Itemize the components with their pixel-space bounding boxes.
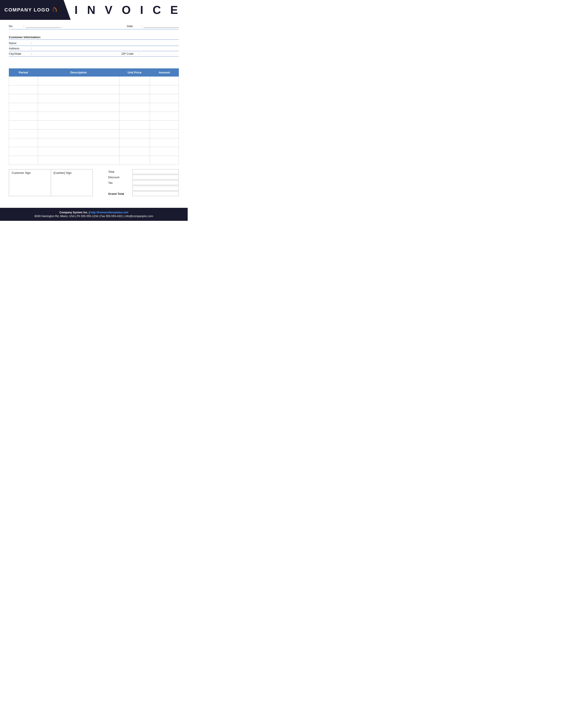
cashier-sign-box: [Cashier] Sign [51,169,93,196]
table-cell[interactable] [150,156,179,165]
table-cell[interactable] [9,103,38,112]
table-cell[interactable] [9,156,38,165]
cashier-sign-label: [Cashier] Sign [54,171,90,174]
zip-group: ZIP Code : [121,52,179,55]
table-cell[interactable] [150,129,179,138]
bottom-section: Customer Sign [Cashier] Sign Total Disco… [9,169,179,197]
totals-area: Total Discount Tax Grand Total [108,169,179,197]
table-cell[interactable] [38,138,119,147]
date-value[interactable] [143,24,179,28]
table-cell[interactable] [150,138,179,147]
table-cell[interactable] [38,85,119,94]
table-cell[interactable] [119,77,150,85]
table-row [9,156,179,165]
table-row [9,121,179,129]
customer-name-row: Name : [9,41,179,46]
total-label: Total [108,170,130,173]
no-value[interactable] [26,24,61,28]
table-cell[interactable] [119,147,150,156]
customer-title: Customer Information: [9,36,179,40]
logo-area: COMPANY LOGO [0,0,71,20]
tax-value[interactable] [132,180,179,185]
logo-text: COMPANY LOGO [4,7,50,13]
table-cell[interactable] [150,77,179,85]
customer-address-row: Address : [9,46,179,51]
name-label: Name [9,41,31,45]
table-cell[interactable] [38,94,119,103]
table-row [9,147,179,156]
extra-value[interactable] [132,186,179,191]
no-colon: : [23,24,24,28]
invoice-table: Period Description Unit Price Amount [9,68,179,165]
table-cell[interactable] [150,85,179,94]
customer-section: Customer Information: Name : Address : C… [9,36,179,56]
table-cell[interactable] [150,147,179,156]
table-cell[interactable] [119,121,150,129]
city-label: City/State [9,52,31,55]
no-field-group: No : [9,24,61,28]
grand-total-value[interactable] [132,191,179,196]
col-unit-price: Unit Price [119,69,150,77]
table-cell[interactable] [119,138,150,147]
discount-label: Discount [108,176,130,179]
logo-icon [51,7,57,13]
table-cell[interactable] [119,94,150,103]
extra-row [108,186,179,191]
table-cell[interactable] [38,121,119,129]
table-cell[interactable] [9,85,38,94]
table-cell[interactable] [38,129,119,138]
table-row [9,138,179,147]
table-cell[interactable] [150,103,179,112]
tax-row: Tax [108,180,179,185]
no-label: No [9,24,22,28]
tax-label: Tax [108,181,130,184]
sign-boxes: Customer Sign [Cashier] Sign [9,169,93,196]
table-header-row: Period Description Unit Price Amount [9,69,179,77]
zip-colon: : [139,52,140,55]
header: COMPANY LOGO I N V O I C E [0,0,188,20]
table-cell[interactable] [119,156,150,165]
title-area: I N V O I C E [71,0,188,20]
table-cell[interactable] [150,121,179,129]
table-cell[interactable] [38,147,119,156]
table-row [9,94,179,103]
table-cell[interactable] [9,112,38,121]
address-label: Address [9,47,31,50]
table-cell[interactable] [9,129,38,138]
total-row: Total [108,169,179,174]
table-row [9,129,179,138]
table-cell[interactable] [119,103,150,112]
invoice-title: I N V O I C E [75,3,181,17]
table-cell[interactable] [119,112,150,121]
table-cell[interactable] [38,112,119,121]
customer-sign-label: Customer Sign [12,171,48,174]
table-row [9,77,179,85]
table-row [9,112,179,121]
address-colon: : [31,47,32,50]
discount-row: Discount [108,175,179,180]
table-cell[interactable] [150,94,179,103]
discount-value[interactable] [132,175,179,180]
total-value[interactable] [132,169,179,174]
table-cell[interactable] [38,156,119,165]
table-cell[interactable] [9,121,38,129]
city-colon: : [31,52,32,55]
table-cell[interactable] [150,112,179,121]
col-description: Description [38,69,119,77]
name-colon: : [31,41,32,45]
table-cell[interactable] [38,77,119,85]
footer-company: Company System Inc. | [59,211,90,214]
table-cell[interactable] [9,147,38,156]
table-cell[interactable] [119,129,150,138]
footer: Company System Inc. | http://freewordtem… [0,208,188,221]
footer-link[interactable]: http://freewordtemplates.net/ [90,211,128,214]
table-cell[interactable] [38,103,119,112]
zip-label: ZIP Code [121,52,139,55]
grand-total-row: Grand Total [108,191,179,196]
main-content: No : Date : Customer Information: Name :… [0,20,188,201]
table-row [9,103,179,112]
table-cell[interactable] [9,77,38,85]
table-cell[interactable] [9,94,38,103]
table-cell[interactable] [9,138,38,147]
table-cell[interactable] [119,85,150,94]
